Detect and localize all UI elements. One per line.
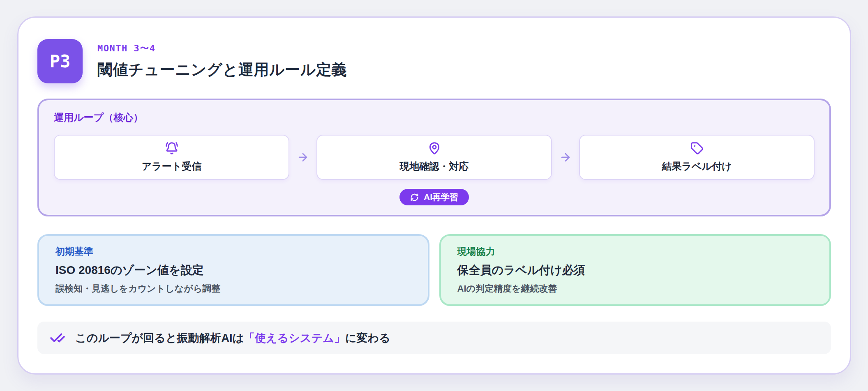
map-pin-icon [428, 142, 441, 155]
info-card-field-cooperation: 現場協力 保全員のラベル付け必須 AIの判定精度を継続改善 [439, 234, 831, 306]
step-label-labeling: 結果ラベル付け [662, 160, 732, 173]
footer-text: このループが回ると振動解析AIは「使えるシステム」に変わる [75, 331, 390, 345]
header: P3 MONTH 3〜4 閾値チューニングと運用ルール定義 [37, 39, 831, 83]
step-label-onsite: 現地確認・対応 [400, 160, 469, 173]
footer-note: このループが回ると振動解析AIは「使えるシステム」に変わる [37, 322, 831, 354]
footer-text-after: に変わる [345, 332, 390, 344]
bell-ring-icon [165, 142, 178, 155]
tag-icon [690, 142, 704, 155]
arrow-cell [289, 135, 316, 180]
page-title: 閾値チューニングと運用ルール定義 [97, 60, 347, 80]
arrow-cell [552, 135, 579, 180]
ai-retrain-button[interactable]: AI再学習 [399, 189, 469, 205]
step-card-labeling: 結果ラベル付け [579, 135, 815, 180]
info-card-tag: 初期基準 [55, 245, 411, 258]
ai-retrain-label: AI再学習 [424, 191, 458, 203]
info-card-tag: 現場協力 [457, 245, 813, 258]
footer-text-before: このループが回ると振動解析AIは [75, 332, 244, 344]
step-label-alert: アラート受信 [142, 160, 202, 173]
header-text: MONTH 3〜4 閾値チューニングと運用ルール定義 [97, 42, 347, 80]
operation-loop-panel: 運用ループ（核心） アラート受信 [37, 99, 831, 216]
loop-steps-row: アラート受信 現地確認・対応 [54, 135, 815, 180]
slide-card: P3 MONTH 3〜4 閾値チューニングと運用ルール定義 運用ループ（核心） … [17, 16, 851, 375]
month-eyebrow: MONTH 3〜4 [97, 42, 347, 55]
retrain-row: AI再学習 [54, 189, 815, 205]
info-card-title: 保全員のラベル付け必須 [457, 262, 813, 278]
step-card-onsite: 現地確認・対応 [316, 135, 552, 180]
footer-highlight: 「使えるシステム」 [244, 332, 345, 344]
arrow-right-icon [297, 151, 309, 163]
phase-badge: P3 [37, 39, 83, 83]
info-card-initial-baseline: 初期基準 ISO 20816のゾーン値を設定 誤検知・見逃しをカウントしながら調… [37, 234, 429, 306]
step-card-alert: アラート受信 [54, 135, 289, 180]
refresh-icon [410, 193, 419, 202]
check-check-icon [50, 330, 65, 346]
loop-heading: 運用ループ（核心） [54, 111, 815, 124]
info-card-title: ISO 20816のゾーン値を設定 [55, 262, 411, 278]
info-card-description: AIの判定精度を継続改善 [457, 283, 813, 295]
info-cards-row: 初期基準 ISO 20816のゾーン値を設定 誤検知・見逃しをカウントしながら調… [37, 234, 831, 306]
arrow-right-icon [559, 151, 572, 163]
info-card-description: 誤検知・見逃しをカウントしながら調整 [55, 283, 411, 295]
